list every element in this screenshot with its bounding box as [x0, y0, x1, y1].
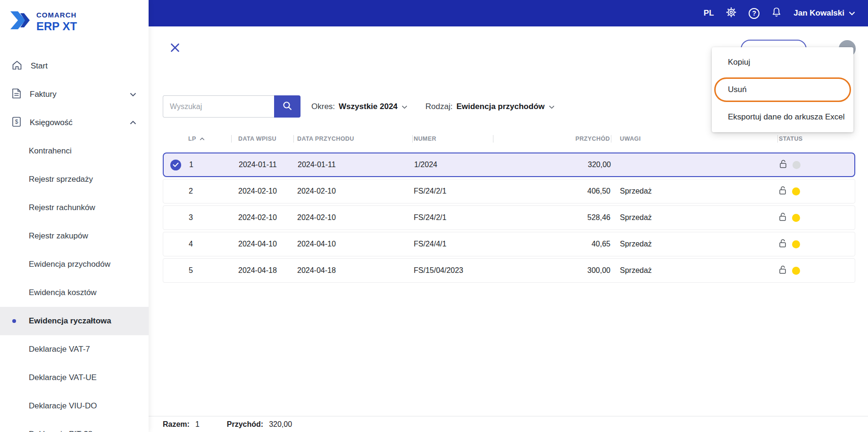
sidebar-item-label: Ewidencja kosztów [29, 288, 97, 297]
column-header-data-wpisu[interactable]: DATA WPISU [231, 135, 293, 143]
sidebar-item-label: Deklaracje VAT-7 [29, 345, 90, 354]
cell-numer: FS/15/04/2023 [413, 266, 493, 275]
income-value: 320,00 [269, 420, 292, 429]
sidebar-item-label: Deklaracje VAT-UE [29, 373, 97, 382]
sidebar-nav: Start Faktury $ Księgowość [0, 52, 149, 432]
column-header-przychod[interactable]: PRZYCHÓD [493, 135, 611, 143]
cell-data-wpisu: 2024-01-11 [232, 161, 294, 169]
period-label: Okres: [311, 102, 335, 111]
toolbar: Okres: Wszystkie 2024 Rodzaj: Ewidencja … [163, 95, 555, 118]
cell-uwagi: Sprzedaż [611, 213, 778, 222]
sidebar-item-faktury[interactable]: Faktury [0, 80, 149, 109]
chevron-down-icon [401, 102, 408, 111]
type-value: Ewidencja przychodów [456, 102, 544, 111]
open-lock-icon [779, 160, 787, 170]
cell-lp: 1 [187, 161, 232, 169]
sidebar-item-label: Rejestr rachunków [29, 203, 95, 212]
column-header-numer[interactable]: NUMER [412, 135, 493, 143]
table-row[interactable]: 2 2024-02-10 2024-02-10 FS/24/2/1 406,50… [163, 179, 855, 203]
language-button[interactable]: PL [704, 8, 714, 18]
sidebar-item-ewidencja-przychodow[interactable]: Ewidencja przychodów [0, 250, 149, 279]
column-label: LP [188, 136, 196, 142]
table-row[interactable]: 1 2024-01-11 2024-01-11 1/2024 320,00 [163, 152, 855, 177]
type-filter[interactable]: Rodzaj: Ewidencja przychodów [426, 102, 555, 111]
search-button[interactable] [274, 95, 300, 118]
table-row[interactable]: 3 2024-02-10 2024-02-10 FS/24/2/1 528,46… [163, 205, 855, 230]
table-row[interactable]: 4 2024-04-10 2024-04-10 FS/24/4/1 40,65 … [163, 232, 855, 256]
sidebar-item-deklaracje-pit28[interactable]: Deklaracje PIT-28 [0, 420, 149, 432]
sidebar-item-start[interactable]: Start [0, 52, 149, 80]
close-icon [169, 47, 181, 55]
column-header-uwagi[interactable]: UWAGI [611, 135, 777, 143]
column-header-data-przychodu[interactable]: DATA PRZYCHODU [293, 135, 412, 143]
sidebar-item-deklaracje-viudo[interactable]: Deklaracje VIU-DO [0, 392, 149, 420]
menu-item-usun[interactable]: Usuń [714, 77, 851, 102]
sidebar-item-ewidencja-ryczaltowa[interactable]: Ewidencja ryczałtowa [0, 307, 149, 335]
status-dot [792, 187, 800, 195]
settings-button[interactable] [726, 7, 737, 20]
svg-text:$: $ [15, 119, 18, 125]
sidebar-item-label: Księgowość [30, 118, 73, 127]
cell-numer: FS/24/4/1 [413, 240, 493, 248]
bell-icon [771, 7, 782, 20]
sidebar-item-ksiegowosc[interactable]: $ Księgowość [0, 109, 149, 137]
summary-bar: Razem: 1 Przychód: 320,00 [149, 416, 868, 432]
status-dot [792, 267, 800, 275]
cell-numer: FS/24/2/1 [413, 213, 493, 222]
sidebar-item-label: Rejestr zakupów [29, 231, 88, 241]
sidebar-item-label: Rejestr sprzedaży [29, 175, 93, 184]
cell-przychod: 528,46 [493, 213, 611, 222]
sidebar-item-label: Deklaracje PIT-28 [29, 430, 92, 432]
period-filter[interactable]: Okres: Wszystkie 2024 [311, 102, 408, 111]
sidebar: COMARCH ERP XT Start Faktury [0, 0, 149, 432]
notifications-button[interactable] [771, 7, 782, 20]
sidebar-item-deklaracje-vat7[interactable]: Deklaracje VAT-7 [0, 335, 149, 364]
cell-data-wpisu: 2024-02-10 [232, 213, 294, 222]
sidebar-item-rejestr-zakupow[interactable]: Rejestr zakupów [0, 222, 149, 250]
sort-asc-icon [200, 136, 205, 142]
cell-przychod: 406,50 [493, 187, 611, 195]
records-table: LP DATA WPISU DATA PRZYCHODU NUMER PRZYC… [163, 133, 855, 285]
gear-icon [726, 7, 737, 20]
user-menu[interactable]: Jan Kowalski [793, 8, 855, 18]
sidebar-item-kontrahenci[interactable]: Kontrahenci [0, 137, 149, 165]
app-root: COMARCH ERP XT Start Faktury [0, 0, 868, 432]
comarch-logo: COMARCH ERP XT [0, 0, 149, 49]
menu-item-kopiuj[interactable]: Kopiuj [712, 49, 853, 76]
status-dot [792, 214, 800, 222]
sidebar-item-label: Start [31, 61, 48, 71]
sidebar-item-label: Ewidencja ryczałtowa [29, 316, 111, 326]
close-button[interactable] [169, 42, 182, 54]
column-header-checkbox [163, 135, 186, 143]
table-header: LP DATA WPISU DATA PRZYCHODU NUMER PRZYC… [163, 133, 855, 144]
sidebar-item-deklaracje-vatue[interactable]: Deklaracje VAT-UE [0, 364, 149, 392]
cell-lp: 3 [187, 213, 232, 222]
cell-lp: 5 [187, 266, 232, 275]
cell-data-przychodu: 2024-04-18 [294, 266, 413, 275]
cell-uwagi: Sprzedaż [611, 240, 778, 248]
chevron-down-icon [130, 90, 136, 99]
column-header-status[interactable]: STATUS [777, 135, 855, 143]
cell-lp: 2 [187, 187, 232, 195]
column-header-lp[interactable]: LP [186, 135, 231, 143]
sidebar-item-ewidencja-kosztow[interactable]: Ewidencja kosztów [0, 279, 149, 307]
sidebar-item-rejestr-rachunkow[interactable]: Rejestr rachunków [0, 194, 149, 222]
sidebar-item-label: Ewidencja przychodów [29, 260, 110, 269]
cell-numer: 1/2024 [413, 161, 494, 169]
cell-numer: FS/24/2/1 [413, 187, 493, 195]
menu-item-eksportuj[interactable]: Eksportuj dane do arkusza Excel [712, 103, 853, 131]
sidebar-item-label: Deklaracje VIU-DO [29, 401, 97, 411]
brand-line2: ERP XT [36, 20, 77, 32]
table-row[interactable]: 5 2024-04-18 2024-04-18 FS/15/04/2023 30… [163, 258, 855, 283]
row-checkbox[interactable] [164, 160, 187, 170]
help-button[interactable]: ? [749, 8, 760, 19]
cell-data-przychodu: 2024-01-11 [294, 161, 413, 169]
sidebar-item-rejestr-sprzedazy[interactable]: Rejestr sprzedaży [0, 165, 149, 194]
cell-data-wpisu: 2024-02-10 [232, 187, 294, 195]
user-name: Jan Kowalski [793, 8, 844, 18]
cell-status [778, 186, 855, 197]
search-input[interactable] [163, 95, 274, 118]
comarch-logo-icon [9, 10, 31, 32]
brand-line1: COMARCH [36, 11, 77, 19]
status-dot [792, 240, 800, 248]
